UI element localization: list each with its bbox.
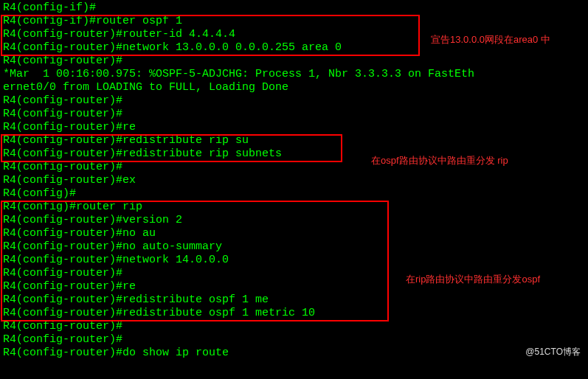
terminal-line: R4(config-router)#redistribute rip su [3, 134, 585, 147]
annotation-ospf: 宣告13.0.0.0网段在area0 中 [431, 33, 550, 46]
terminal-line: R4(config-router)#do show ip route [3, 347, 585, 360]
annotation-redistribute-rip: 在ospf路由协议中路由重分发 rip [371, 154, 508, 167]
terminal-line: R4(config-router)#no auto-summary [3, 240, 585, 254]
terminal-line: R4(config-router)#redistribute ospf 1 me… [3, 307, 585, 320]
terminal-line: R4(config-router)# [3, 108, 585, 121]
terminal-line: R4(config-router)#version 2 [3, 214, 585, 227]
terminal-line: *Mar 1 00:16:00.975: %OSPF-5-ADJCHG: Pro… [3, 68, 585, 81]
terminal-line: R4(config)#router rip [3, 201, 585, 214]
terminal-line: ernet0/0 from LOADING to FULL, Loading D… [3, 81, 585, 94]
terminal-line: R4(config-router)# [3, 333, 585, 347]
annotation-redistribute-ospf: 在rip路由协议中路由重分发ospf [406, 273, 540, 286]
terminal-line: R4(config-router)# [3, 55, 585, 68]
terminal-line: R4(config-if)#router ospf 1 [3, 15, 585, 28]
terminal-line: R4(config-router)#network 14.0.0.0 [3, 254, 585, 267]
terminal-line: R4(config-router)#redistribute ospf 1 me [3, 293, 585, 307]
terminal-line: R4(config-router)# [3, 94, 585, 108]
terminal-line: R4(config-router)#no au [3, 227, 585, 240]
watermark: @51CTO博客 [525, 345, 581, 358]
terminal-line: R4(config-if)# [3, 1, 585, 15]
terminal-line: R4(config-router)# [3, 320, 585, 333]
terminal-line: R4(config)# [3, 187, 585, 201]
terminal-line: R4(config-router)#ex [3, 174, 585, 187]
terminal-line: R4(config-router)#re [3, 121, 585, 134]
